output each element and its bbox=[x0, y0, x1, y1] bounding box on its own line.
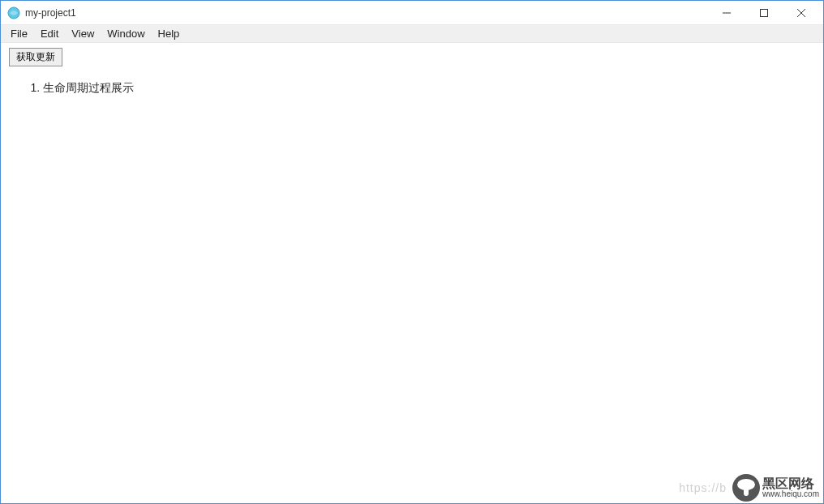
update-button[interactable]: 获取更新 bbox=[9, 48, 62, 66]
menu-view[interactable]: View bbox=[65, 26, 101, 41]
svg-rect-2 bbox=[761, 9, 768, 16]
content-list: 生命周期过程展示 bbox=[27, 81, 810, 96]
app-window: my-project1 File Edit View Window Help 获… bbox=[0, 0, 824, 504]
maximize-icon bbox=[760, 9, 768, 17]
titlebar[interactable]: my-project1 bbox=[1, 1, 823, 25]
maximize-button[interactable] bbox=[745, 2, 783, 24]
close-icon bbox=[797, 9, 805, 17]
window-title: my-project1 bbox=[25, 7, 708, 19]
content-area: 生命周期过程展示 bbox=[1, 71, 823, 503]
app-icon bbox=[7, 6, 20, 19]
menu-window[interactable]: Window bbox=[101, 26, 151, 41]
menu-file[interactable]: File bbox=[4, 26, 34, 41]
minimize-button[interactable] bbox=[708, 2, 745, 24]
close-button[interactable] bbox=[783, 2, 820, 24]
menubar: File Edit View Window Help bbox=[1, 25, 823, 43]
list-item: 生命周期过程展示 bbox=[43, 81, 810, 96]
menu-edit[interactable]: Edit bbox=[34, 26, 65, 41]
toolbar: 获取更新 bbox=[1, 43, 823, 71]
minimize-icon bbox=[723, 9, 731, 17]
window-controls bbox=[708, 1, 820, 24]
menu-help[interactable]: Help bbox=[152, 26, 187, 41]
